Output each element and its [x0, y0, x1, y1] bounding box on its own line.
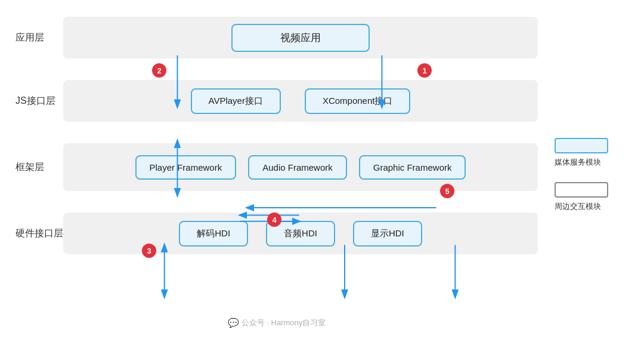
legend-media: 媒体服务模块 — [555, 138, 608, 168]
hw-band: 解码HDI 音频HDI 显示HDI — [63, 212, 538, 254]
legend-area: 媒体服务模块 周边交互模块 — [543, 11, 638, 339]
legend-peripheral-box — [555, 182, 608, 198]
app-layer: 应用层 视频应用 — [11, 11, 543, 64]
legend-media-box — [555, 138, 608, 153]
badge-5: 5 — [440, 184, 454, 198]
audio-framework-box: Audio Framework — [248, 155, 347, 180]
fw-band: Player Framework Audio Framework Graphic… — [63, 143, 538, 191]
legend-peripheral-label: 周边交互模块 — [555, 201, 601, 212]
main-container: 应用层 视频应用 JS接口层 AVPlayer接口 XComponent接口 框… — [0, 0, 644, 345]
js-band: AVPlayer接口 XComponent接口 — [63, 80, 538, 122]
badge-1: 1 — [417, 63, 432, 78]
hw-layer-label: 硬件接口层 — [16, 227, 63, 240]
app-band: 视频应用 — [63, 17, 538, 58]
legend-media-label: 媒体服务模块 — [555, 157, 601, 168]
js-layer: JS接口层 AVPlayer接口 XComponent接口 — [11, 74, 543, 128]
watermark: 💬 公众号 · Harmony自习室 — [228, 318, 326, 328]
badge-2: 2 — [152, 63, 166, 78]
badge-3: 3 — [142, 244, 156, 258]
legend-peripheral: 周边交互模块 — [555, 182, 608, 212]
avplayer-box: AVPlayer接口 — [191, 88, 281, 114]
watermark-icon: 💬 — [228, 318, 239, 328]
spacer-2 — [11, 128, 543, 137]
badge-4: 4 — [267, 212, 281, 227]
spacer-3 — [11, 197, 543, 207]
graphic-framework-box: Graphic Framework — [359, 155, 466, 180]
fw-layer-label: 框架层 — [16, 161, 63, 174]
xcomponent-box: XComponent接口 — [305, 88, 411, 114]
js-layer-label: JS接口层 — [16, 95, 63, 107]
diagram-area: 应用层 视频应用 JS接口层 AVPlayer接口 XComponent接口 框… — [11, 11, 543, 339]
decode-hdi-box: 解码HDI — [179, 221, 248, 247]
video-app-box: 视频应用 — [231, 24, 370, 52]
player-framework-box: Player Framework — [135, 155, 237, 180]
fw-layer: 框架层 Player Framework Audio Framework Gra… — [11, 137, 543, 197]
spacer-1 — [11, 64, 543, 74]
app-layer-label: 应用层 — [16, 32, 63, 44]
display-hdi-box: 显示HDI — [353, 221, 422, 247]
